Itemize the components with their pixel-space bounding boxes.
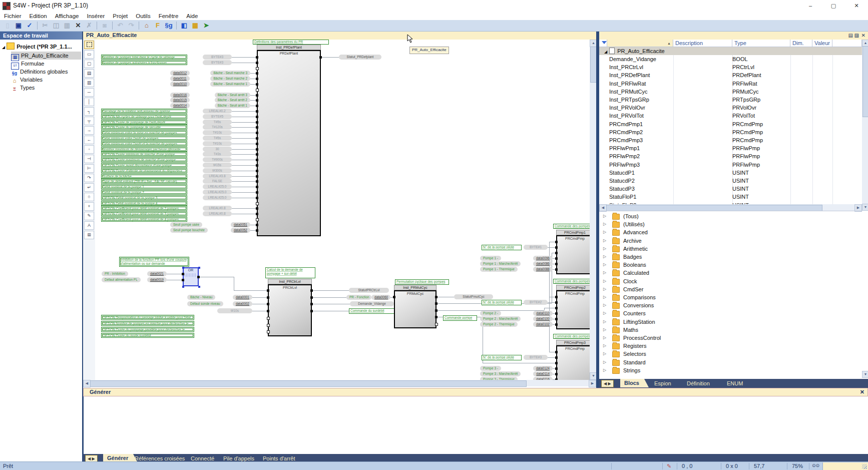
group-expand-icon[interactable]: ◢ — [604, 50, 607, 54]
fbd-comment[interactable]: OPTION Nombre de pompes en marche pour d… — [101, 321, 194, 326]
vertical-line-tool[interactable]: │ — [84, 98, 94, 106]
library-folder-registers[interactable]: ▷Registers — [599, 342, 862, 350]
output-pin-tool[interactable]: ← — [84, 136, 94, 144]
expand-arrow-icon[interactable]: ▷ — [603, 342, 606, 350]
online-icon[interactable]: ➤ — [201, 21, 211, 30]
sidebar-item-d-finitions-globales[interactable]: §gDéfinitions globales — [11, 68, 81, 76]
library-folder-booleans[interactable]: ▷Booleans — [599, 261, 862, 269]
fbd-variable-pill[interactable]: Défaut sonde niveaudata0002 — [187, 301, 252, 306]
grid-vertical-scrollbar[interactable]: ▲ ▼ — [862, 40, 868, 211]
fbd-variable-pill[interactable]: T#120s — [203, 125, 232, 130]
fbd-label-box[interactable]: Commande pompe — [443, 315, 477, 321]
expand-arrow-icon[interactable]: ▷ — [603, 245, 606, 253]
fbd-comment[interactable]: OPTION Durée maximum de marche d'une pom… — [101, 157, 187, 162]
fbd-output-capsule[interactable]: StatutPmutCyc — [454, 294, 493, 299]
fbd-variable-pill[interactable]: Pompe 1 -data0096 — [480, 256, 553, 261]
return-tool[interactable]: ↵ — [84, 183, 94, 192]
canvas-horizontal-scrollbar[interactable]: ◀ ▶ — [83, 380, 596, 386]
column-header-nom[interactable]: ▲ — [607, 40, 673, 47]
data-link[interactable]: data0010 — [170, 82, 190, 87]
data-link[interactable]: data0100 — [533, 316, 553, 321]
fbd-comment[interactable]: Nombre de pompes total dans le cycle de … — [101, 55, 187, 60]
fbd-comment[interactable]: OPTION Nb cycles de vidange pour l'anti-… — [101, 114, 187, 119]
expand-arrow-icon[interactable]: ▷ — [603, 212, 606, 220]
float-icon[interactable]: ▨ — [854, 33, 859, 38]
fbd-variable-pill[interactable]: T#3s — [203, 152, 232, 157]
library-folder-processcontrol[interactable]: ▷ProcessControl — [599, 334, 862, 342]
menu-projet[interactable]: Projet — [109, 13, 132, 20]
fbd-comment[interactable]: Débit nominal de la pompe 1 — [101, 184, 187, 189]
data-link[interactable]: data0102 — [533, 322, 553, 327]
table-row[interactable]: StatucdP3USINT — [599, 185, 862, 193]
fbd-block[interactable]: PRCtrLvl — [268, 284, 312, 336]
fbd-label-box[interactable]: Commande des pompes — [553, 334, 590, 339]
fbd-comment[interactable]: Nombre de pompes autorisées à fonctionne… — [101, 60, 187, 65]
grid-tool[interactable]: ⊞ — [84, 231, 94, 239]
library-folder-arithmetic[interactable]: ▷Arithmetic — [599, 245, 862, 253]
fbd-variable-pill[interactable]: data0011Bâche - Seuil marche 2 — [170, 76, 250, 81]
horizontal-line-tool[interactable]: ─ — [84, 88, 94, 97]
global-definitions-icon[interactable]: §g — [164, 21, 174, 30]
fbd-label-box[interactable]: Commande des pompes — [553, 279, 590, 284]
library-folder-counters[interactable]: ▷Counters — [599, 309, 862, 317]
expand-arrow-icon[interactable]: ▷ — [603, 293, 606, 301]
fbd-variable-pill[interactable]: Pompe 3 - Thermiquedata0116 — [480, 377, 553, 380]
fbd-comment[interactable]: Délai minimum entre l'arrêt de pompes — [101, 136, 187, 141]
expand-arrow-icon[interactable]: ▷ — [603, 228, 606, 236]
table-row[interactable]: Inst_PRTpsGRpPRTpsGRp — [599, 96, 862, 104]
window-layout-icon[interactable]: ◧ — [179, 21, 189, 30]
resize-grip[interactable] — [862, 464, 867, 469]
fbd-comment[interactable]: OPTION Coefficient pour débit nominal de… — [101, 211, 187, 216]
fbd-variable-pill[interactable]: BYTE#3 — [203, 60, 232, 65]
fbd-variable-pill[interactable]: data0015Bâche - Seuil arrêt 2 — [170, 98, 250, 103]
fbd-variable-pill[interactable]: BYTE#5 — [203, 114, 232, 119]
sidebar-item-pr-auto-efficacite[interactable]: ▦PR_Auto_Efficacite — [11, 52, 81, 60]
expand-arrow-icon[interactable]: ▷ — [603, 358, 606, 366]
insert-region-tool[interactable]: ▥ — [84, 79, 94, 87]
text-tool[interactable]: A — [84, 221, 94, 230]
fbd-comment[interactable]: OPTION Débit nominal de la pompe 4 — [101, 201, 187, 206]
fbd-block-instance-name[interactable]: Inst_PRMutCyc — [394, 285, 437, 290]
library-folder-liftingstation[interactable]: ▷LiftingStation — [599, 318, 862, 326]
column-header-dim[interactable]: Dim. — [790, 40, 812, 47]
sidebar-item-types[interactable]: ΞTypes — [11, 84, 81, 92]
fbd-variable-pill[interactable]: data0010Bâche - Seuil marche 1 — [170, 82, 250, 87]
tab-espion[interactable]: Espion — [654, 379, 671, 388]
data-link[interactable]: data0019 — [147, 277, 167, 282]
fbd-variable-pill[interactable]: data0012Bâche - Seuil marche 3 — [170, 71, 250, 76]
fbd-comment[interactable]: Surface de la bâche — [101, 174, 187, 179]
pan-tool[interactable]: + — [84, 202, 94, 211]
close-button[interactable]: ✕ — [845, 0, 868, 11]
table-row[interactable]: Inst_PRDefPlantPRDefPlant — [599, 71, 862, 79]
menu-affichage[interactable]: Affichage — [51, 13, 83, 20]
expand-arrow-icon[interactable]: ▷ — [603, 309, 606, 317]
connector-tool[interactable]: ◦ — [84, 145, 94, 154]
data-link[interactable]: data0060 — [371, 295, 390, 300]
fbd-comment[interactable]: OPTION Temporisation du passage inhibé à… — [101, 315, 194, 320]
fbd-variable-pill[interactable]: Pompe 1 - Marche/Arrêtdata0086 — [480, 261, 553, 266]
fbd-comment[interactable]: Délai minimum entre la mise en marche de… — [101, 130, 187, 135]
expand-arrow-icon[interactable]: ▷ — [603, 269, 606, 277]
fbd-output-capsule[interactable]: Demande_Vidange — [350, 301, 394, 306]
expand-arrow-icon[interactable]: ▷ — [603, 350, 606, 358]
table-row[interactable]: PRFlwPmp3PRFlwPmp — [599, 161, 862, 169]
library-folder-badges[interactable]: ▷Badges — [599, 253, 862, 261]
library-folder-maths[interactable]: ▷Maths — [599, 326, 862, 334]
canvas-vertical-scrollbar[interactable]: ▲ ▼ — [590, 40, 596, 380]
fbd-variable-pill[interactable]: PR - Fonctiondata0060 — [346, 295, 390, 300]
expand-arrow-icon[interactable]: ▷ — [603, 237, 606, 245]
expand-arrow-icon[interactable]: ▷ — [603, 318, 606, 326]
fbd-variable-pill[interactable]: Pompe 1 - Thermiquedata0088 — [480, 267, 553, 272]
expand-arrow-icon[interactable]: ▷ — [603, 366, 606, 374]
expand-arrow-icon[interactable]: ▷ — [603, 277, 606, 285]
fbd-variable-pill[interactable]: BYTE#2 — [524, 300, 548, 305]
table-row[interactable]: Inst_PRMutCycPRMutCyc — [599, 88, 862, 96]
fbd-variable-pill[interactable]: BYTE#3 — [524, 355, 548, 360]
fbd-variable-pill[interactable]: LREAL#25.0 — [203, 184, 232, 189]
fbd-comment[interactable]: OPTION Coefficient pour débit nominal de… — [101, 206, 187, 211]
sidebar-item-variables[interactable]: ⌂Variables — [11, 76, 81, 84]
insert-block-tool[interactable]: ▭ — [84, 50, 94, 59]
fbd-variable-pill[interactable]: Pompe 3 -data0124 — [480, 366, 553, 371]
table-row[interactable]: StatucdP2USINT — [599, 177, 862, 185]
zoom-tool[interactable]: ○ — [84, 193, 94, 201]
